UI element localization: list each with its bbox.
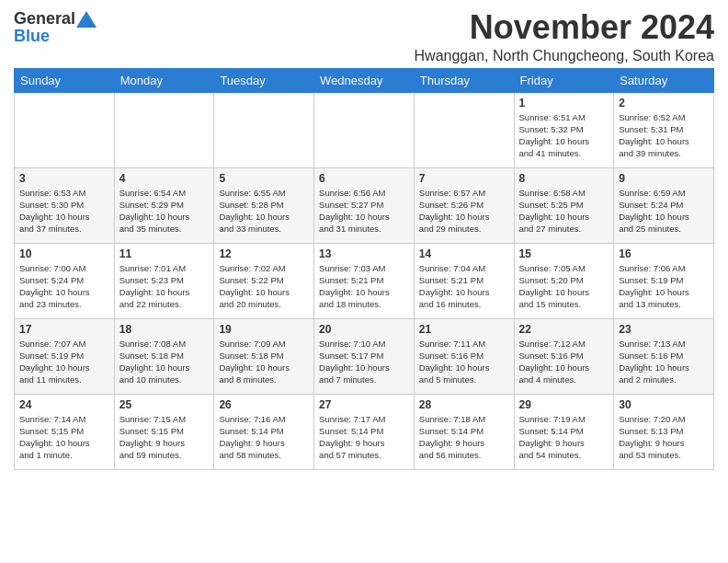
day-number: 12 [219, 247, 309, 260]
day-info: Sunrise: 7:04 AM Sunset: 5:21 PM Dayligh… [419, 262, 509, 311]
day-number: 15 [519, 247, 609, 260]
day-number: 21 [419, 323, 509, 336]
table-row: 7Sunrise: 6:57 AM Sunset: 5:26 PM Daylig… [414, 167, 514, 243]
calendar-header-row: Sunday Monday Tuesday Wednesday Thursday… [15, 68, 714, 92]
logo-blue-text: Blue [14, 27, 50, 46]
logo-general-text: General [14, 9, 75, 29]
logo-area: General Blue [14, 9, 97, 46]
day-number: 13 [319, 247, 409, 260]
table-row: 10Sunrise: 7:00 AM Sunset: 5:24 PM Dayli… [15, 243, 115, 318]
svg-marker-0 [76, 11, 97, 28]
table-row [414, 92, 514, 167]
table-row: 21Sunrise: 7:11 AM Sunset: 5:16 PM Dayli… [414, 318, 514, 394]
day-info: Sunrise: 6:59 AM Sunset: 5:24 PM Dayligh… [619, 187, 709, 236]
day-number: 16 [619, 247, 709, 260]
calendar-week-row: 1Sunrise: 6:51 AM Sunset: 5:32 PM Daylig… [15, 92, 714, 167]
day-info: Sunrise: 7:13 AM Sunset: 5:16 PM Dayligh… [619, 338, 709, 386]
table-row: 12Sunrise: 7:02 AM Sunset: 5:22 PM Dayli… [214, 243, 314, 318]
day-info: Sunrise: 6:57 AM Sunset: 5:26 PM Dayligh… [419, 187, 509, 236]
day-number: 28 [419, 398, 509, 411]
day-info: Sunrise: 6:53 AM Sunset: 5:30 PM Dayligh… [19, 187, 109, 236]
table-row: 20Sunrise: 7:10 AM Sunset: 5:17 PM Dayli… [314, 318, 415, 394]
table-row: 25Sunrise: 7:15 AM Sunset: 5:15 PM Dayli… [114, 394, 214, 469]
day-number: 17 [19, 323, 109, 336]
day-number: 8 [519, 172, 609, 185]
day-number: 22 [519, 323, 609, 336]
day-info: Sunrise: 7:02 AM Sunset: 5:22 PM Dayligh… [219, 262, 309, 311]
day-info: Sunrise: 7:15 AM Sunset: 5:15 PM Dayligh… [119, 413, 210, 462]
table-row: 8Sunrise: 6:58 AM Sunset: 5:25 PM Daylig… [514, 167, 614, 243]
table-row: 26Sunrise: 7:16 AM Sunset: 5:14 PM Dayli… [214, 394, 314, 469]
col-thursday: Thursday [414, 68, 514, 92]
col-wednesday: Wednesday [314, 68, 415, 92]
table-row: 30Sunrise: 7:20 AM Sunset: 5:13 PM Dayli… [614, 394, 714, 469]
day-number: 4 [119, 172, 210, 185]
month-title: November 2024 [415, 9, 714, 46]
page: General Blue November 2024 Hwanggan, Nor… [0, 0, 728, 479]
table-row: 24Sunrise: 7:14 AM Sunset: 5:15 PM Dayli… [15, 394, 115, 469]
day-number: 27 [319, 398, 409, 411]
table-row: 23Sunrise: 7:13 AM Sunset: 5:16 PM Dayli… [614, 318, 714, 394]
table-row: 22Sunrise: 7:12 AM Sunset: 5:16 PM Dayli… [514, 318, 614, 394]
day-info: Sunrise: 7:06 AM Sunset: 5:19 PM Dayligh… [619, 262, 709, 311]
table-row [314, 92, 415, 167]
day-number: 23 [619, 323, 709, 336]
day-number: 1 [519, 97, 609, 109]
day-info: Sunrise: 7:09 AM Sunset: 5:18 PM Dayligh… [219, 338, 309, 386]
day-number: 26 [219, 398, 309, 411]
calendar-week-row: 3Sunrise: 6:53 AM Sunset: 5:30 PM Daylig… [15, 167, 714, 243]
table-row [214, 92, 314, 167]
table-row [15, 92, 115, 167]
table-row: 28Sunrise: 7:18 AM Sunset: 5:14 PM Dayli… [414, 394, 514, 469]
day-number: 30 [619, 398, 709, 411]
table-row: 11Sunrise: 7:01 AM Sunset: 5:23 PM Dayli… [114, 243, 214, 318]
col-friday: Friday [514, 68, 614, 92]
table-row: 5Sunrise: 6:55 AM Sunset: 5:28 PM Daylig… [214, 167, 314, 243]
header: General Blue November 2024 Hwanggan, Nor… [14, 9, 714, 64]
day-info: Sunrise: 7:00 AM Sunset: 5:24 PM Dayligh… [19, 262, 109, 311]
day-info: Sunrise: 7:10 AM Sunset: 5:17 PM Dayligh… [319, 338, 409, 386]
day-info: Sunrise: 7:14 AM Sunset: 5:15 PM Dayligh… [19, 413, 109, 462]
col-tuesday: Tuesday [214, 68, 314, 92]
day-number: 19 [219, 323, 309, 336]
col-monday: Monday [114, 68, 214, 92]
day-number: 14 [419, 247, 509, 260]
calendar-body: 1Sunrise: 6:51 AM Sunset: 5:32 PM Daylig… [15, 92, 714, 469]
logo: General [14, 9, 97, 29]
day-number: 9 [619, 172, 709, 185]
day-number: 6 [319, 172, 409, 185]
day-number: 18 [119, 323, 210, 336]
table-row: 27Sunrise: 7:17 AM Sunset: 5:14 PM Dayli… [314, 394, 415, 469]
table-row: 15Sunrise: 7:05 AM Sunset: 5:20 PM Dayli… [514, 243, 614, 318]
day-number: 5 [219, 172, 309, 185]
day-number: 20 [319, 323, 409, 336]
day-info: Sunrise: 6:58 AM Sunset: 5:25 PM Dayligh… [519, 187, 609, 236]
day-number: 11 [119, 247, 210, 260]
day-number: 24 [19, 398, 109, 411]
day-info: Sunrise: 7:11 AM Sunset: 5:16 PM Dayligh… [419, 338, 509, 386]
table-row: 3Sunrise: 6:53 AM Sunset: 5:30 PM Daylig… [15, 167, 115, 243]
calendar-week-row: 24Sunrise: 7:14 AM Sunset: 5:15 PM Dayli… [15, 394, 714, 469]
table-row: 17Sunrise: 7:07 AM Sunset: 5:19 PM Dayli… [15, 318, 115, 394]
calendar-table: Sunday Monday Tuesday Wednesday Thursday… [14, 68, 714, 470]
day-info: Sunrise: 7:20 AM Sunset: 5:13 PM Dayligh… [619, 413, 709, 462]
day-info: Sunrise: 7:01 AM Sunset: 5:23 PM Dayligh… [119, 262, 210, 311]
table-row: 6Sunrise: 6:56 AM Sunset: 5:27 PM Daylig… [314, 167, 415, 243]
table-row: 4Sunrise: 6:54 AM Sunset: 5:29 PM Daylig… [114, 167, 214, 243]
table-row [114, 92, 214, 167]
table-row: 14Sunrise: 7:04 AM Sunset: 5:21 PM Dayli… [414, 243, 514, 318]
day-info: Sunrise: 6:56 AM Sunset: 5:27 PM Dayligh… [319, 187, 409, 236]
table-row: 9Sunrise: 6:59 AM Sunset: 5:24 PM Daylig… [614, 167, 714, 243]
title-area: November 2024 Hwanggan, North Chungcheon… [415, 9, 714, 64]
day-number: 7 [419, 172, 509, 185]
day-info: Sunrise: 7:03 AM Sunset: 5:21 PM Dayligh… [319, 262, 409, 311]
day-info: Sunrise: 6:54 AM Sunset: 5:29 PM Dayligh… [119, 187, 210, 236]
calendar-week-row: 17Sunrise: 7:07 AM Sunset: 5:19 PM Dayli… [15, 318, 714, 394]
day-number: 3 [19, 172, 109, 185]
table-row: 1Sunrise: 6:51 AM Sunset: 5:32 PM Daylig… [514, 92, 614, 167]
day-info: Sunrise: 7:12 AM Sunset: 5:16 PM Dayligh… [519, 338, 609, 386]
day-info: Sunrise: 7:05 AM Sunset: 5:20 PM Dayligh… [519, 262, 609, 311]
table-row: 18Sunrise: 7:08 AM Sunset: 5:18 PM Dayli… [114, 318, 214, 394]
day-info: Sunrise: 6:51 AM Sunset: 5:32 PM Dayligh… [519, 111, 609, 160]
day-number: 2 [619, 97, 709, 109]
